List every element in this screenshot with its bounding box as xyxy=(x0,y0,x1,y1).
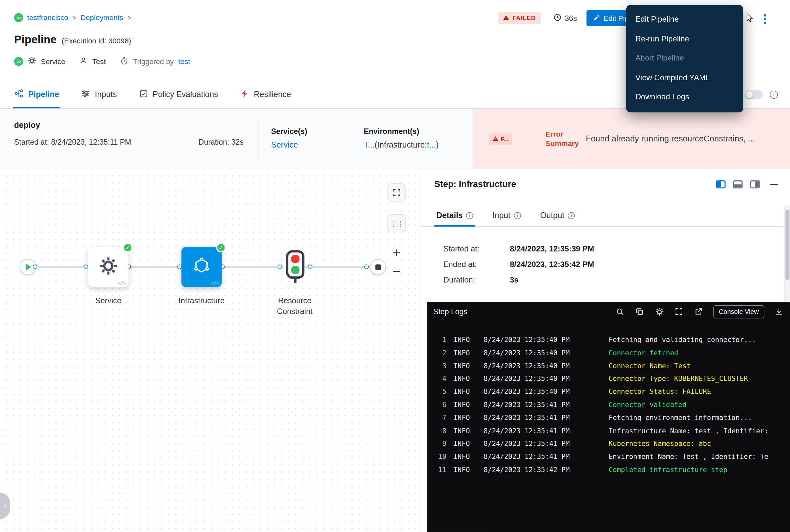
log-line: 8 INFO 8/24/2023 12:35:41 PM Infrastruct… xyxy=(427,424,790,437)
connector-port xyxy=(33,264,37,269)
node-resource-constraint[interactable] xyxy=(284,250,306,287)
log-line: 4 INFO 8/24/2023 12:35:40 PM Connector T… xyxy=(427,373,790,385)
log-line: 1 INFO 8/24/2023 12:35:40 PM Fetching an… xyxy=(427,334,790,346)
zoom-out-button[interactable]: − xyxy=(388,263,406,281)
elapsed-time: 36s xyxy=(553,13,577,23)
fullscreen-logs-icon[interactable] xyxy=(674,306,684,317)
log-settings-gear-icon[interactable] xyxy=(654,306,664,317)
detail-row: Started at: 8/24/2023, 12:35:39 PM xyxy=(444,241,594,256)
gear-icon xyxy=(98,256,118,278)
page-title: Pipeline xyxy=(14,33,57,46)
infrastructure-link[interactable]: t... xyxy=(427,140,436,149)
node-infrastructure[interactable]: ✓ </> xyxy=(181,247,222,287)
tab-input[interactable]: Input i xyxy=(493,205,521,226)
log-line: 3 INFO 8/24/2023 12:35:40 PM Connector N… xyxy=(427,360,790,373)
tab-pipeline[interactable]: Pipeline xyxy=(14,80,59,109)
vertical-scrollbar[interactable] xyxy=(784,206,790,302)
traffic-light-icon xyxy=(284,250,306,285)
download-logs-icon[interactable] xyxy=(774,306,784,317)
node-label-service: Service xyxy=(78,295,138,306)
breadcrumb-project-link[interactable]: testfrancisco xyxy=(27,14,68,22)
info-icon[interactable]: i xyxy=(514,212,521,219)
triggered-by-user-link[interactable]: test xyxy=(178,57,190,65)
log-line: 9 INFO 8/24/2023 12:35:41 PM Kubernetes … xyxy=(427,437,790,451)
edge xyxy=(36,267,88,268)
fullscreen-canvas-button[interactable] xyxy=(388,184,406,202)
info-icon[interactable]: i xyxy=(770,91,778,99)
step-logs-title: Step Logs xyxy=(433,307,467,316)
tab-inputs[interactable]: Inputs xyxy=(81,80,117,109)
breadcrumb-deployments-link[interactable]: Deployments xyxy=(80,14,123,22)
layout-bottom-icon[interactable] xyxy=(733,180,743,188)
marquee-select-button[interactable] xyxy=(388,214,406,232)
info-icon[interactable]: i xyxy=(466,212,473,219)
console-view-button[interactable]: Console View xyxy=(713,305,765,318)
view-toggle[interactable] xyxy=(745,90,763,99)
zoom-controls: + − xyxy=(388,244,406,281)
main-content: ✓ </> ✓ </> xyxy=(0,169,790,532)
page: ∞ testfrancisco > Deployments > Pipeline… xyxy=(0,0,790,532)
context-menu-item[interactable]: Download Logs xyxy=(626,87,743,107)
code-mark: </> xyxy=(211,281,219,286)
error-summary-text: Found already running resourceConstrains… xyxy=(586,134,755,144)
user-icon xyxy=(79,56,88,66)
warning-triangle-icon xyxy=(493,136,498,142)
edge xyxy=(129,267,181,268)
hexagon-network-icon xyxy=(192,256,211,277)
log-line: 11 INFO 8/24/2023 12:35:42 PM Completed … xyxy=(427,463,790,476)
context-menu-item[interactable]: View Compiled YAML xyxy=(626,68,743,87)
resilience-icon xyxy=(240,89,249,100)
stage-duration: Duration: 32s xyxy=(199,137,244,146)
status-badge: FAILED xyxy=(498,12,541,24)
context-menu: Edit Pipeline Re-run Pipeline Abort Pipe… xyxy=(626,5,743,112)
failed-chip: F... xyxy=(489,133,513,144)
gear-icon xyxy=(28,56,36,66)
breadcrumb-separator: > xyxy=(72,14,76,22)
context-menu-item[interactable]: Abort Pipeline xyxy=(626,48,743,68)
divider xyxy=(258,118,258,159)
node-label-resource-constraint: Resource Constraint xyxy=(261,295,329,316)
stopwatch-icon xyxy=(120,56,129,66)
environments-column: Environment(s) T...(Infrastructure:t...) xyxy=(364,127,438,150)
tab-details[interactable]: Details i xyxy=(437,205,473,226)
step-details-panel: Step: Infrastructure Details i Input i O… xyxy=(421,169,790,532)
end-node[interactable] xyxy=(370,259,386,275)
tab-resilience[interactable]: Resilience xyxy=(240,80,291,109)
service-link[interactable]: Service xyxy=(271,140,298,149)
search-icon[interactable] xyxy=(615,306,625,317)
edge xyxy=(304,267,370,268)
log-line: 10 INFO 8/24/2023 12:35:41 PM Environmen… xyxy=(427,451,790,463)
pencil-icon xyxy=(593,14,600,22)
more-options-kebab-icon[interactable] xyxy=(761,12,769,26)
layout-right-icon[interactable] xyxy=(750,180,760,188)
environment-link[interactable]: T... xyxy=(364,140,374,149)
context-menu-item[interactable]: Re-run Pipeline xyxy=(626,29,743,49)
service-label: Service xyxy=(41,57,65,65)
step-logs-header: Step Logs xyxy=(427,302,790,321)
node-service[interactable]: ✓ </> xyxy=(88,247,129,287)
minimize-panel-icon[interactable] xyxy=(770,184,778,185)
triggered-by-label: Triggered by xyxy=(133,57,174,65)
layout-split-icon[interactable] xyxy=(716,180,726,188)
step-details: Started at: 8/24/2023, 12:35:39 PM Ended… xyxy=(444,241,594,288)
scrollbar-thumb[interactable] xyxy=(786,210,789,280)
execution-id: (Execution Id: 30098) xyxy=(62,37,131,45)
info-icon[interactable]: i xyxy=(568,212,575,219)
log-line: 6 INFO 8/24/2023 12:35:41 PM Connector v… xyxy=(427,398,790,411)
context-menu-item[interactable]: Edit Pipeline xyxy=(626,10,743,29)
clock-icon xyxy=(553,13,562,23)
tab-output[interactable]: Output i xyxy=(540,205,575,226)
copy-icon[interactable] xyxy=(635,306,645,317)
left-panel-expander[interactable]: › xyxy=(0,493,10,519)
connector-port xyxy=(277,264,282,269)
cd-module-icon: ∞ xyxy=(14,57,23,66)
pipeline-graph-canvas[interactable]: ✓ </> ✓ </> xyxy=(0,169,421,532)
zoom-in-button[interactable]: + xyxy=(388,244,406,263)
open-in-new-icon[interactable] xyxy=(694,306,704,317)
divider xyxy=(356,118,357,159)
success-check-icon: ✓ xyxy=(216,243,226,252)
error-summary-label: Error Summary xyxy=(545,129,584,148)
tab-policy-evaluations[interactable]: Policy Evaluations xyxy=(139,80,218,109)
inputs-icon xyxy=(81,89,90,100)
log-line: 7 INFO 8/24/2023 12:35:41 PM Fetching en… xyxy=(427,412,790,424)
